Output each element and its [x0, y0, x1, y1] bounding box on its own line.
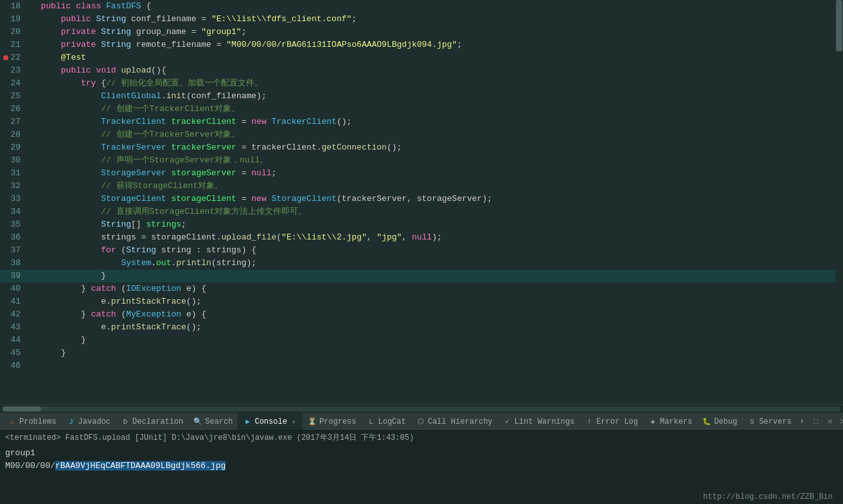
table-row: 24 try {// 初始化全局配置。加载一个配置文件。 — [0, 77, 843, 90]
pin-icon[interactable]: ≫ — [839, 417, 843, 427]
line-content: // 创建一个TrackerServer对象。 — [27, 128, 843, 141]
hscrollbar-thumb[interactable] — [3, 406, 41, 412]
logcat-icon: L — [367, 417, 376, 426]
line-number: 27 — [0, 116, 27, 128]
table-row: 45 } — [0, 347, 843, 360]
url-bar: http://blog.csdn.net/ZZB_Bin — [0, 490, 843, 504]
console-icon: ▶ — [243, 417, 252, 426]
table-row: 34 // 直接调用StorageClient对象方法上传文件即可。 — [0, 205, 843, 218]
console-highlight: rBAA9VjHEqCABFTDAAA09LBgdjk566.jpg — [55, 461, 226, 471]
table-row: 20 private String group_name = "group1"; — [0, 26, 843, 39]
bottom-toolbar: ⚠ProblemsJJavadocDDeclaration🔍Search▶Con… — [0, 412, 843, 430]
line-content: } catch (IOException e) { — [27, 282, 843, 295]
table-row: 31 StorageServer storageServer = null; — [0, 167, 843, 180]
table-row: 40 } catch (IOException e) { — [0, 282, 843, 295]
code-container[interactable]: 18 public class FastDFS {19 public Strin… — [0, 0, 843, 404]
tab-debug[interactable]: 🐛Debug — [697, 413, 742, 431]
line-number: 26 — [0, 103, 27, 116]
table-row: 42 } catch (MyException e) { — [0, 308, 843, 321]
tab-markers[interactable]: ◈Markers — [643, 413, 697, 431]
close-view-icon[interactable]: ✕ — [825, 417, 835, 427]
progress-label: Progress — [319, 417, 357, 426]
tab-errorlog[interactable]: !Error Log — [580, 413, 643, 431]
line-number: 32 — [0, 180, 27, 193]
debug-icon: 🐛 — [702, 417, 711, 426]
tab-lintwarnings[interactable]: ✓Lint Warnings — [498, 413, 580, 431]
tab-callhierarchy[interactable]: ⬡Call Hierarchy — [411, 413, 498, 431]
line-content: try {// 初始化全局配置。加载一个配置文件。 — [27, 77, 843, 90]
table-row: 23 public void upload(){ — [0, 64, 843, 77]
editor-area: 18 public class FastDFS {19 public Strin… — [0, 0, 843, 412]
vertical-scrollbar[interactable] — [835, 0, 843, 404]
table-row: 43 e.printStackTrace(); — [0, 321, 843, 334]
line-content: @Test — [27, 51, 843, 64]
line-content: StorageServer storageServer = null; — [27, 167, 843, 180]
line-number: 42 — [0, 308, 27, 321]
table-row: 28 // 创建一个TrackerServer对象。 — [0, 128, 843, 141]
line-content: } — [27, 334, 843, 347]
line-number: 41 — [0, 295, 27, 308]
table-row: 19 public String conf_filename = "E:\\li… — [0, 13, 843, 26]
terminated-label: <terminated> FastDFS.upload [JUnit] D:\J… — [5, 432, 414, 443]
minimize-icon[interactable]: ⬇ — [797, 417, 807, 427]
table-row: 33 StorageClient storageClient = new Sto… — [0, 193, 843, 205]
declaration-icon: D — [121, 417, 130, 426]
line-number: 29 — [0, 141, 27, 154]
problems-label: Problems — [19, 417, 57, 426]
table-row: 26 // 创建一个TrackerClient对象。 — [0, 103, 843, 116]
line-content: // 获得StorageClient对象。 — [27, 180, 843, 193]
table-row: 39 } — [0, 270, 843, 282]
table-row: 27 TrackerClient trackerClient = new Tra… — [0, 116, 843, 128]
horizontal-scrollbar[interactable] — [0, 404, 843, 412]
line-number: 22 — [0, 51, 27, 64]
markers-label: Markers — [660, 417, 692, 426]
tab-console[interactable]: ▶Console✕ — [238, 413, 302, 431]
status-bar: <terminated> FastDFS.upload [JUnit] D:\J… — [0, 430, 843, 444]
javadoc-label: Javadoc — [78, 417, 111, 426]
tab-logcat[interactable]: LLogCat — [362, 413, 411, 431]
line-content: System.out.println(string); — [27, 257, 843, 270]
table-row: 35 String[] strings; — [0, 218, 843, 231]
callhierarchy-label: Call Hierarchy — [428, 417, 493, 426]
line-number: 31 — [0, 167, 27, 180]
tab-progress[interactable]: ⏳Progress — [303, 413, 362, 431]
line-content: String[] strings; — [27, 218, 843, 231]
line-number: 30 — [0, 154, 27, 167]
servers-label: Servers — [759, 417, 791, 426]
vscrollbar-thumb[interactable] — [836, 0, 842, 51]
table-row: 37 for (String string : strings) { — [0, 244, 843, 257]
table-row: 32 // 获得StorageClient对象。 — [0, 180, 843, 193]
line-content: } — [27, 347, 843, 360]
line-number: 34 — [0, 205, 27, 218]
console-line: M00/00/00/rBAA9VjHEqCABFTDAAA09LBgdjk566… — [5, 460, 838, 473]
debug-label: Debug — [714, 417, 737, 426]
line-content: // 创建一个TrackerClient对象。 — [27, 103, 843, 116]
table-row: 22 @Test — [0, 51, 843, 64]
search-icon: 🔍 — [193, 417, 202, 426]
tab-search[interactable]: 🔍Search — [188, 413, 238, 431]
line-content: strings = storageClient.upload_file("E:\… — [27, 231, 843, 244]
console-label: Console — [254, 417, 287, 426]
line-content: // 直接调用StorageClient对象方法上传文件即可。 — [27, 205, 843, 218]
line-number: 36 — [0, 231, 27, 244]
tab-javadoc[interactable]: JJavadoc — [62, 413, 116, 431]
line-content: private String remote_filename = "M00/00… — [27, 39, 843, 51]
tab-problems[interactable]: ⚠Problems — [3, 413, 62, 431]
line-content: e.printStackTrace(); — [27, 295, 843, 308]
toolbar-right-actions: ⬇ □ ✕ ≫ — [797, 417, 843, 427]
line-number: 39 — [0, 270, 27, 282]
table-row: 41 e.printStackTrace(); — [0, 295, 843, 308]
problems-icon: ⚠ — [8, 417, 17, 426]
line-content: public void upload(){ — [27, 64, 843, 77]
console-line: group1 — [5, 447, 838, 460]
table-row: 21 private String remote_filename = "M00… — [0, 39, 843, 51]
console-close-icon[interactable]: ✕ — [290, 418, 297, 426]
line-content: TrackerClient trackerClient = new Tracke… — [27, 116, 843, 128]
line-number: 45 — [0, 347, 27, 360]
line-number: 20 — [0, 26, 27, 39]
tab-servers[interactable]: SServers — [742, 413, 796, 431]
errorlog-label: Error Log — [596, 417, 638, 426]
maximize-icon[interactable]: □ — [811, 417, 821, 427]
tab-declaration[interactable]: DDeclaration — [116, 413, 188, 431]
line-number: 43 — [0, 321, 27, 334]
